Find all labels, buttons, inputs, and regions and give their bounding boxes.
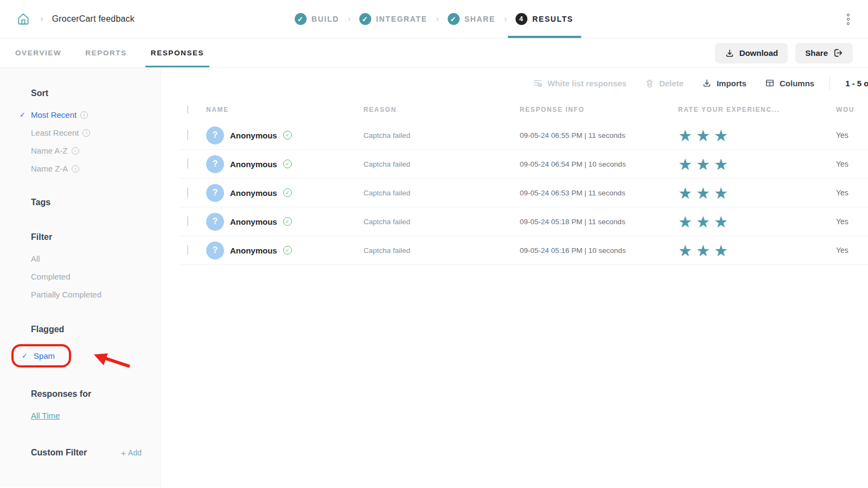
whitelist-icon — [533, 78, 542, 88]
table-header-row: NAME REASON RESPONSE INFO RATE YOUR EXPE… — [179, 98, 868, 121]
spam-reason: Captcha failed — [363, 160, 520, 168]
sort-option-most-recent[interactable]: Most Recent — [31, 110, 160, 120]
more-options-kebab-icon[interactable] — [844, 10, 853, 28]
step-integrate-label: INTEGRATE — [376, 15, 427, 23]
filter-option-completed[interactable]: Completed — [31, 272, 160, 282]
response-info: 09-05-24 06:54 PM | 10 seconds — [520, 160, 678, 168]
would-recommend-value: Yes — [836, 131, 868, 140]
filter-option-all[interactable]: All — [31, 254, 160, 264]
filter-section-title: Filter — [31, 232, 160, 242]
table-row[interactable]: ? Anonymous Captcha failed 09-05-24 05:1… — [179, 236, 868, 265]
results-tab-bar: OVERVIEW REPORTS RESPONSES Download Shar… — [0, 39, 868, 68]
column-header-response-info: RESPONSE INFO — [520, 106, 678, 113]
tab-responses[interactable]: RESPONSES — [151, 39, 204, 67]
sort-option-name-az[interactable]: Name A-Z — [31, 146, 160, 156]
sort-option-label: Name A-Z — [31, 146, 68, 156]
table-row[interactable]: ? Anonymous Captcha failed 09-05-24 06:5… — [179, 121, 868, 150]
share-button[interactable]: Share — [795, 43, 853, 64]
table-row[interactable]: ? Anonymous Captcha failed 09-05-24 06:5… — [179, 150, 868, 179]
step-share-label: SHARE — [464, 15, 495, 23]
spam-reason: Captcha failed — [363, 131, 520, 140]
imports-button[interactable]: Imports — [702, 78, 746, 88]
sort-option-least-recent[interactable]: Least Recent — [31, 128, 160, 138]
info-icon — [82, 129, 90, 137]
spam-reason: Captcha failed — [363, 218, 520, 226]
step-integrate[interactable]: ✓ INTEGRATE — [359, 0, 427, 38]
check-circle-icon: ✓ — [359, 13, 371, 25]
avatar: ? — [206, 184, 224, 202]
would-recommend-value: Yes — [836, 217, 868, 226]
whitelist-responses-button[interactable]: White list responses — [533, 78, 627, 88]
step-build[interactable]: ✓ BUILD — [295, 0, 339, 38]
step-chevron-icon: › — [348, 14, 350, 24]
download-button[interactable]: Download — [715, 43, 788, 64]
tags-section-title: Tags — [31, 198, 160, 207]
tab-responses-label: RESPONSES — [151, 49, 204, 57]
avatar: ? — [206, 213, 224, 231]
breadcrumb: › GrocerCart feedback — [15, 11, 135, 27]
verified-icon — [283, 217, 292, 226]
step-share[interactable]: ✓ SHARE — [448, 0, 495, 38]
select-all-checkbox[interactable] — [187, 106, 188, 113]
respondent-name: Anonymous — [230, 217, 277, 226]
tab-overview[interactable]: OVERVIEW — [15, 39, 61, 67]
import-icon — [702, 78, 712, 88]
delete-label: Delete — [659, 79, 684, 88]
all-time-link[interactable]: All Time — [31, 411, 60, 420]
survey-title: GrocerCart feedback — [52, 14, 135, 24]
info-icon — [72, 165, 79, 173]
column-header-rate-experience: RATE YOUR EXPERIENC... — [678, 106, 836, 113]
row-checkbox[interactable] — [187, 187, 188, 198]
sort-option-label: Name Z-A — [31, 164, 68, 174]
column-header-reason: REASON — [363, 106, 520, 113]
columns-label: Columns — [780, 79, 814, 88]
check-circle-icon: ✓ — [295, 13, 307, 25]
step-results[interactable]: 4 RESULTS — [515, 0, 573, 38]
flagged-section-title: Flagged — [31, 325, 160, 334]
check-icon — [22, 352, 28, 360]
respondent-name: Anonymous — [230, 131, 277, 140]
row-checkbox[interactable] — [187, 159, 188, 169]
table-row[interactable]: ? Anonymous Captcha failed 09-05-24 06:5… — [179, 179, 868, 207]
respondent-name: Anonymous — [230, 246, 277, 255]
sort-option-name-za[interactable]: Name Z-A — [31, 164, 160, 174]
star-rating: ★★★ — [678, 242, 836, 259]
home-button[interactable] — [15, 11, 31, 27]
tab-overview-label: OVERVIEW — [15, 49, 61, 57]
step-chevron-icon: › — [436, 14, 439, 24]
tab-reports[interactable]: REPORTS — [85, 39, 126, 67]
avatar: ? — [206, 242, 224, 259]
columns-icon — [765, 78, 775, 88]
filter-option-partially-completed[interactable]: Partially Completed — [31, 290, 160, 300]
column-header-name: NAME — [206, 106, 363, 113]
whitelist-label: White list responses — [547, 79, 627, 88]
info-icon — [80, 111, 88, 119]
step-chevron-icon: › — [504, 14, 507, 24]
spam-reason: Captcha failed — [363, 246, 520, 255]
table-row[interactable]: ? Anonymous Captcha failed 09-05-24 05:1… — [179, 207, 868, 236]
row-checkbox[interactable] — [187, 245, 188, 255]
column-header-would: WOU — [836, 106, 868, 113]
row-checkbox[interactable] — [187, 216, 188, 226]
wizard-steps: ✓ BUILD › ✓ INTEGRATE › ✓ SHARE › 4 RESU… — [295, 0, 573, 38]
verified-icon — [283, 131, 292, 140]
would-recommend-value: Yes — [836, 160, 868, 168]
would-recommend-value: Yes — [836, 246, 868, 255]
plus-icon: + — [121, 448, 126, 458]
delete-button[interactable]: Delete — [645, 79, 684, 88]
flagged-option-spam[interactable]: Spam — [34, 351, 55, 360]
columns-button[interactable]: Columns — [765, 78, 814, 88]
sort-option-label: Most Recent — [31, 110, 76, 120]
response-info: 09-05-24 05:16 PM | 10 seconds — [520, 246, 678, 255]
download-icon — [725, 48, 735, 58]
breadcrumb-chevron-icon: › — [40, 14, 43, 24]
toolbar-divider — [829, 76, 830, 90]
row-checkbox[interactable] — [187, 130, 188, 140]
imports-label: Imports — [717, 79, 746, 88]
add-custom-filter-button[interactable]: + Add — [121, 448, 142, 458]
home-icon — [16, 12, 30, 26]
verified-icon — [283, 160, 292, 168]
response-info: 09-05-24 05:18 PM | 11 seconds — [520, 218, 678, 226]
filters-sidebar: Sort Most Recent Least Recent Name A-Z N… — [0, 68, 161, 487]
responses-toolbar: White list responses Delete — [161, 68, 868, 98]
